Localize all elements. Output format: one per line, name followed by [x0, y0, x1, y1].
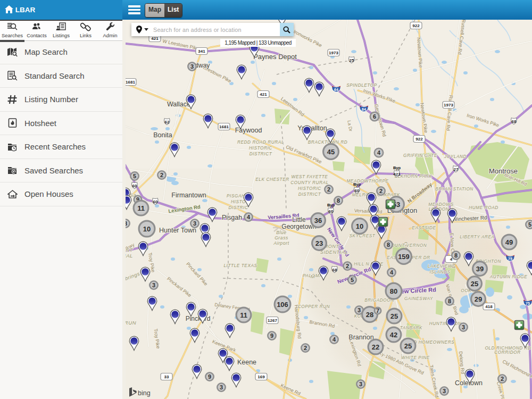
- svg-text:1973: 1973: [444, 103, 453, 107]
- svg-text:1681: 1681: [219, 124, 229, 129]
- svg-text:1267: 1267: [268, 318, 277, 323]
- svg-text:9: 9: [270, 332, 273, 339]
- svg-text:Byp: Byp: [353, 182, 361, 187]
- svg-text:8: 8: [387, 242, 390, 248]
- svg-text:4: 4: [377, 149, 381, 156]
- svg-text:3: 3: [358, 307, 361, 313]
- svg-text:Bonita: Bonita: [153, 131, 172, 139]
- svg-text:JOYLAND: JOYLAND: [444, 154, 467, 159]
- svg-text:Byp: Byp: [393, 165, 401, 170]
- svg-text:3: 3: [220, 384, 223, 390]
- svg-text:23: 23: [315, 239, 323, 247]
- svg-text:Firmantown: Firmantown: [171, 192, 206, 199]
- svg-text:bing: bing: [138, 389, 151, 397]
- svg-text:3: 3: [443, 388, 446, 394]
- svg-text:Yarnallton: Yarnallton: [297, 124, 327, 132]
- svg-text:60: 60: [132, 184, 137, 188]
- svg-text:60: 60: [153, 200, 158, 204]
- svg-text:49: 49: [505, 238, 513, 246]
- svg-text:Paynes Depot: Paynes Depot: [253, 53, 297, 61]
- svg-text:GRIFFIN GATE: GRIFFIN GATE: [403, 153, 437, 158]
- svg-text:1681: 1681: [126, 80, 135, 85]
- svg-text:5: 5: [528, 221, 531, 228]
- svg-text:8: 8: [448, 298, 451, 304]
- svg-text:341: 341: [198, 49, 205, 54]
- svg-text:LAKEVIEW: LAKEVIEW: [428, 264, 453, 269]
- svg-text:421: 421: [393, 172, 401, 177]
- svg-text:BRYAN STATION: BRYAN STATION: [435, 187, 473, 192]
- svg-text:Airport: Airport: [273, 240, 289, 246]
- svg-text:25: 25: [471, 280, 478, 288]
- svg-text:418: 418: [485, 304, 493, 309]
- svg-text:Grass: Grass: [275, 235, 288, 240]
- svg-text:68: 68: [512, 119, 517, 124]
- svg-text:Blue: Blue: [276, 230, 286, 235]
- svg-text:GAINESWAY: GAINESWAY: [404, 296, 433, 301]
- svg-text:ISLANDS: ISLANDS: [429, 270, 450, 275]
- svg-text:22: 22: [372, 343, 379, 351]
- svg-text:AUTUMN RIDGE: AUTUMN RIDGE: [489, 275, 527, 279]
- svg-text:159: 159: [398, 253, 410, 261]
- svg-text:42: 42: [390, 331, 397, 339]
- svg-text:2: 2: [346, 263, 349, 269]
- svg-text:169: 169: [257, 375, 265, 379]
- svg-text:9: 9: [208, 373, 211, 380]
- svg-text:COUNTY RURAL: COUNTY RURAL: [290, 180, 329, 185]
- svg-text:25: 25: [404, 342, 412, 350]
- svg-text:3: 3: [359, 381, 362, 387]
- svg-text:922: 922: [412, 23, 420, 28]
- svg-text:2: 2: [327, 186, 330, 193]
- svg-text:4: 4: [247, 214, 251, 220]
- svg-text:Keene: Keene: [237, 359, 256, 366]
- svg-text:DISTRICT: DISTRICT: [250, 152, 272, 156]
- svg-text:11: 11: [240, 311, 247, 319]
- svg-text:4: 4: [332, 336, 336, 343]
- svg-text:60: 60: [329, 209, 334, 214]
- svg-text:3: 3: [462, 324, 465, 330]
- svg-text:HISTORIC: HISTORIC: [298, 186, 321, 191]
- svg-text:MEADOWS: MEADOWS: [428, 202, 453, 207]
- svg-text:3: 3: [152, 282, 155, 288]
- svg-text:64: 64: [334, 88, 338, 92]
- svg-text:6: 6: [373, 113, 376, 120]
- svg-text:421: 421: [260, 92, 267, 97]
- svg-text:EASTSIDE: EASTSIDE: [412, 226, 436, 230]
- svg-text:922: 922: [415, 137, 423, 142]
- svg-text:HISTO: HISTO: [231, 200, 246, 204]
- svg-text:36: 36: [314, 217, 322, 225]
- svg-text:45: 45: [327, 148, 335, 156]
- svg-text:80: 80: [390, 287, 397, 295]
- svg-text:HUNTINGTON: HUNTINGTON: [429, 321, 461, 326]
- svg-text:WEST FAYETTE: WEST FAYETTE: [292, 174, 328, 179]
- svg-text:MOUNT VERNON: MOUNT VERNON: [387, 243, 427, 248]
- svg-text:33: 33: [164, 375, 169, 379]
- svg-text:5: 5: [133, 173, 136, 179]
- svg-text:DISTRICT: DISTRICT: [298, 192, 321, 197]
- svg-text:5: 5: [351, 277, 354, 283]
- svg-text:LITTLE TEXAS: LITTLE TEXAS: [223, 263, 257, 268]
- svg-text:25: 25: [390, 312, 398, 320]
- svg-text:Faywood: Faywood: [235, 127, 262, 134]
- svg-text:68: 68: [332, 268, 337, 272]
- svg-text:Brannon: Brannon: [348, 334, 373, 341]
- svg-text:Montrose: Montrose: [489, 167, 518, 175]
- svg-text:8: 8: [126, 220, 127, 227]
- svg-text:8: 8: [337, 197, 340, 204]
- svg-text:SIDENTIAL: SIDENTIAL: [320, 250, 348, 255]
- svg-text:REDD ROAD RURAL: REDD ROAD RURAL: [237, 140, 284, 145]
- svg-text:HUME ROAD: HUME ROAD: [469, 205, 498, 210]
- svg-text:28: 28: [366, 311, 373, 319]
- svg-text:LIBERTY AREA: LIBERTY AREA: [460, 235, 494, 239]
- svg-text:1973: 1973: [329, 51, 338, 55]
- svg-text:3: 3: [190, 63, 194, 70]
- svg-text:2: 2: [160, 172, 163, 178]
- svg-text:NTIAL: NTIAL: [126, 253, 133, 259]
- svg-text:8: 8: [454, 252, 458, 259]
- svg-text:10: 10: [143, 225, 151, 233]
- svg-text:M: M: [311, 273, 315, 279]
- svg-text:75: 75: [526, 302, 530, 305]
- svg-text:11: 11: [137, 204, 145, 212]
- svg-text:Hunter Town: Hunter Town: [159, 227, 196, 234]
- svg-text:CORRIDOR: CORRIDOR: [494, 350, 520, 355]
- svg-text:2: 2: [379, 188, 383, 194]
